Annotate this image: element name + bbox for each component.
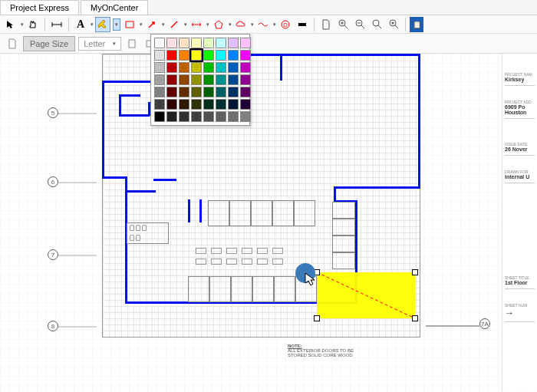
tab-my-on-center[interactable]: MyOnCenter [81, 0, 148, 15]
color-swatch[interactable] [203, 38, 214, 48]
color-swatch[interactable] [179, 99, 189, 110]
color-swatch[interactable] [216, 99, 226, 110]
color-swatch[interactable] [179, 38, 189, 48]
shape-tool[interactable] [122, 17, 137, 32]
doc-icon[interactable] [5, 36, 20, 51]
color-swatch[interactable] [154, 87, 165, 97]
calendar-icon[interactable]: 📋 [410, 17, 423, 32]
color-swatch[interactable] [154, 111, 165, 122]
tab-project-express[interactable]: Project Express [0, 0, 79, 15]
drawing-canvas[interactable]: NOTE: ALL EXTERIOR DOORS TO BE STORED SO… [0, 54, 537, 392]
color-swatch[interactable] [166, 99, 177, 110]
color-swatch[interactable] [179, 87, 189, 97]
color-swatch[interactable] [203, 74, 214, 85]
color-swatch[interactable] [240, 74, 251, 85]
text-tool[interactable]: A [73, 17, 88, 32]
orientation-portrait-icon[interactable] [124, 36, 140, 51]
color-swatch[interactable] [228, 50, 239, 61]
arrow-dropdown[interactable]: ▾ [162, 21, 165, 28]
note-block: NOTE: ALL EXTERIOR DOORS TO BE STORED SO… [288, 344, 372, 357]
color-swatch[interactable] [240, 38, 251, 48]
selection-handle-sw[interactable] [314, 315, 320, 321]
color-swatch[interactable] [203, 99, 214, 110]
dim-dropdown[interactable]: ▾ [206, 21, 209, 28]
color-swatch[interactable] [191, 50, 202, 61]
color-swatch[interactable] [228, 99, 239, 110]
dimension-tool[interactable] [49, 17, 64, 32]
zoom-out-icon[interactable] [352, 17, 367, 32]
color-swatch[interactable] [203, 62, 214, 73]
color-swatch[interactable] [191, 111, 202, 122]
color-swatch[interactable] [154, 99, 165, 110]
highlighter-dropdown[interactable]: ▾ [113, 18, 120, 31]
color-swatch[interactable] [191, 99, 202, 110]
color-swatch[interactable] [240, 111, 251, 122]
color-swatch[interactable] [191, 87, 202, 97]
cloud-dropdown[interactable]: ▾ [251, 21, 254, 28]
arrow-tool[interactable] [144, 17, 160, 32]
color-swatch[interactable] [240, 62, 251, 73]
paper-size-select[interactable]: Letter▾ [78, 37, 121, 51]
color-swatch[interactable] [203, 111, 214, 122]
color-swatch[interactable] [216, 62, 226, 73]
pointer-tool[interactable] [3, 17, 18, 32]
color-swatch[interactable] [154, 50, 165, 61]
color-swatch[interactable] [191, 62, 202, 73]
text-dropdown[interactable]: ▾ [91, 21, 94, 28]
color-swatch[interactable] [203, 50, 214, 61]
color-swatch[interactable] [166, 74, 177, 85]
freehand-tool[interactable] [255, 17, 271, 32]
zoom-in-icon[interactable] [335, 17, 351, 32]
highlighter-tool[interactable] [95, 17, 110, 32]
page-setup-bar: Page Size Letter▾ [0, 34, 537, 54]
color-swatch[interactable] [216, 50, 226, 61]
color-swatch[interactable] [179, 74, 189, 85]
dim-annotation-tool[interactable] [189, 17, 204, 32]
color-swatch[interactable] [154, 38, 165, 48]
selection-handle-se[interactable] [412, 315, 418, 321]
color-swatch[interactable] [166, 111, 177, 122]
color-swatch[interactable] [216, 74, 226, 85]
color-swatch[interactable] [166, 50, 177, 61]
selection-handle-ne[interactable] [412, 269, 418, 275]
line-tool[interactable] [166, 17, 182, 32]
pointer-dropdown[interactable]: ▾ [21, 21, 24, 28]
color-swatch[interactable] [228, 111, 239, 122]
pan-tool[interactable] [25, 17, 41, 32]
polygon-tool[interactable] [211, 17, 226, 32]
color-swatch[interactable] [203, 87, 214, 97]
color-swatch[interactable] [191, 74, 202, 85]
color-swatch[interactable] [179, 50, 189, 61]
color-swatch[interactable] [228, 74, 239, 85]
color-swatch[interactable] [154, 62, 165, 73]
color-swatch[interactable] [240, 87, 251, 97]
stamp-tool[interactable]: D [278, 17, 293, 32]
color-swatch[interactable] [216, 38, 226, 48]
cloud-tool[interactable] [233, 17, 249, 32]
color-swatch[interactable] [228, 62, 239, 73]
color-swatch[interactable] [191, 38, 202, 48]
highlight-selection[interactable] [317, 272, 415, 318]
zoom-fit-icon[interactable] [369, 17, 384, 32]
color-swatch[interactable] [166, 38, 177, 48]
color-swatch[interactable] [240, 50, 251, 61]
color-swatch[interactable] [154, 74, 165, 85]
color-swatch[interactable] [228, 38, 239, 48]
selection-handle-nw[interactable] [314, 269, 320, 275]
polygon-dropdown[interactable]: ▾ [229, 21, 232, 28]
color-swatch[interactable] [216, 111, 226, 122]
color-swatch[interactable] [166, 87, 177, 97]
color-swatch[interactable] [179, 111, 189, 122]
color-swatch[interactable] [228, 87, 239, 97]
shape-dropdown[interactable]: ▾ [140, 21, 143, 28]
page-size-button[interactable]: Page Size [23, 36, 75, 51]
freehand-dropdown[interactable]: ▾ [273, 21, 276, 28]
zoom-actual-icon[interactable] [386, 17, 401, 32]
color-swatch[interactable] [179, 62, 189, 73]
color-swatch[interactable] [166, 62, 177, 73]
color-swatch[interactable] [240, 99, 251, 110]
line-dropdown[interactable]: ▾ [184, 21, 187, 28]
page-icon[interactable] [318, 17, 334, 32]
redact-tool[interactable] [295, 17, 310, 32]
color-swatch[interactable] [216, 87, 226, 97]
